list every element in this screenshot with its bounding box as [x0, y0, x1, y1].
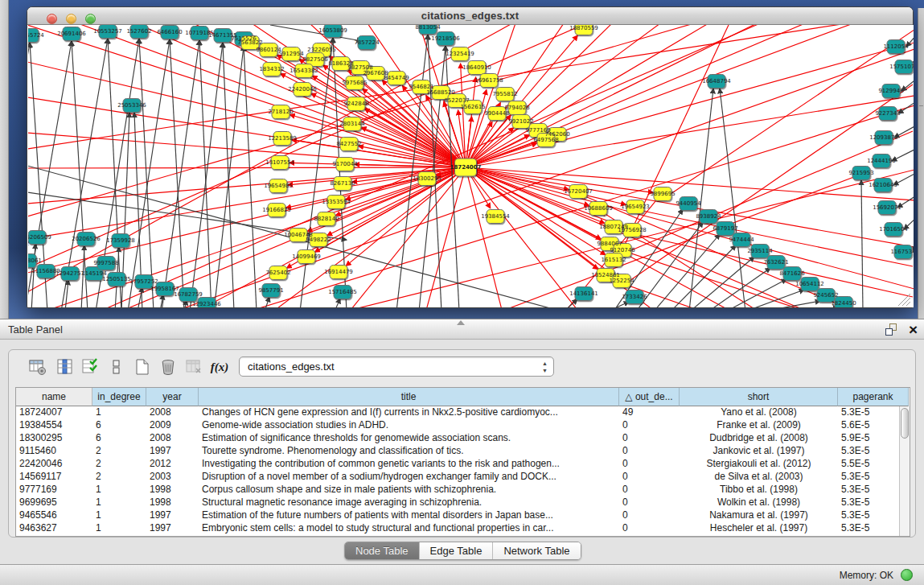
cell-short[interactable]: Tibbo et al. (1998): [680, 484, 838, 496]
cell-title[interactable]: Tourette syndrome. Phenomenology and cla…: [199, 445, 619, 458]
cell-title[interactable]: Corpus callosum shape and size in male p…: [199, 484, 619, 496]
cell-in_degree[interactable]: 1: [92, 522, 146, 535]
column-header-short[interactable]: short: [680, 388, 838, 406]
cell-short[interactable]: Wolkin et al. (1998): [680, 496, 838, 509]
close-panel-icon[interactable]: ×: [909, 319, 918, 340]
column-header-name[interactable]: name: [16, 388, 92, 406]
cell-year[interactable]: 1997: [146, 445, 199, 458]
cell-year[interactable]: 2012: [146, 458, 199, 471]
cell-year[interactable]: 2003: [146, 471, 199, 484]
delete-table-button[interactable]: [157, 356, 179, 378]
table-row[interactable]: 2242004622012Investigating the contribut…: [16, 458, 909, 471]
cell-pagerank[interactable]: 5.3E-5: [838, 471, 909, 484]
cell-in_degree[interactable]: 1: [92, 509, 146, 522]
cell-in_degree[interactable]: 6: [92, 419, 146, 432]
cell-short[interactable]: de Silva et al. (2003): [680, 471, 838, 484]
cell-year[interactable]: 1997: [146, 522, 199, 535]
memory-status-indicator[interactable]: [901, 569, 913, 581]
table-row[interactable]: 1938455462009Genome-wide association stu…: [16, 419, 909, 432]
cell-in_degree[interactable]: 1: [92, 406, 146, 419]
cell-pagerank[interactable]: 5.3E-5: [838, 484, 909, 496]
cell-pagerank[interactable]: 5.6E-5: [838, 419, 909, 432]
splitter-handle-icon[interactable]: [457, 320, 465, 325]
tab-edge-table[interactable]: Edge Table: [420, 542, 494, 560]
table-row[interactable]: 946362711997Embryonic stem cells: a mode…: [16, 522, 909, 535]
new-table-button[interactable]: [131, 356, 154, 378]
column-header-year[interactable]: year: [146, 388, 199, 406]
table-row[interactable]: 969969511998Structural magnetic resonanc…: [16, 496, 909, 509]
cell-in_degree[interactable]: 1: [92, 484, 146, 496]
cell-out_de[interactable]: 0: [619, 496, 680, 509]
cell-in_degree[interactable]: 2: [92, 445, 146, 458]
cell-out_de[interactable]: 0: [619, 522, 680, 535]
cell-name[interactable]: 9115460: [16, 445, 92, 458]
table-row[interactable]: 911546021997Tourette syndrome. Phenomeno…: [16, 445, 909, 458]
cell-out_de[interactable]: 0: [619, 458, 680, 471]
cell-name[interactable]: 9699695: [16, 496, 92, 509]
cell-short[interactable]: Franke et al. (2009): [680, 419, 838, 432]
column-settings-button[interactable]: [27, 356, 49, 378]
cell-name[interactable]: 19384554: [16, 419, 92, 432]
table-row[interactable]: 1456911722003Disruption of a novel membe…: [16, 471, 909, 484]
cell-out_de[interactable]: 0: [619, 432, 680, 445]
cell-year[interactable]: 2008: [146, 432, 199, 445]
column-header-pagerank[interactable]: pagerank: [838, 388, 909, 406]
cell-title[interactable]: Disruption of a novel member of a sodium…: [199, 471, 619, 484]
cell-year[interactable]: 1997: [146, 509, 199, 522]
window-titlebar[interactable]: citations_edges.txt: [27, 7, 913, 25]
cell-title[interactable]: Structural magnetic resonance image aver…: [199, 496, 619, 509]
function-builder-button[interactable]: f(x): [208, 356, 231, 378]
table-row[interactable]: 1830029562008Estimation of significance …: [16, 432, 909, 445]
cell-year[interactable]: 2009: [146, 419, 199, 432]
cell-name[interactable]: 14569117: [16, 471, 92, 484]
window-resize-grip[interactable]: [898, 294, 910, 306]
scrollbar-thumb[interactable]: [901, 408, 909, 439]
float-panel-icon[interactable]: [885, 323, 898, 336]
cell-name[interactable]: 9463627: [16, 522, 92, 535]
cell-pagerank[interactable]: 5.3E-5: [838, 445, 909, 458]
cell-out_de[interactable]: 0: [619, 445, 680, 458]
select-column-button[interactable]: [54, 356, 76, 378]
cell-pagerank[interactable]: 5.3E-5: [838, 496, 909, 509]
tab-node-table[interactable]: Node Table: [345, 542, 420, 560]
cell-title[interactable]: Changes of HCN gene expression and I(f) …: [199, 406, 619, 419]
cell-title[interactable]: Estimation of significance thresholds fo…: [199, 432, 619, 445]
cell-pagerank[interactable]: 5.3E-5: [838, 406, 909, 419]
table-row[interactable]: 1872400712008Changes of HCN gene express…: [16, 406, 909, 419]
cell-in_degree[interactable]: 1: [92, 496, 146, 509]
cell-out_de[interactable]: 0: [619, 509, 680, 522]
network-canvas[interactable]: 2405572420691406105532571527602646616010…: [28, 25, 914, 307]
cell-short[interactable]: Hescheler et al. (1997): [680, 522, 838, 535]
cell-short[interactable]: Yano et al. (2008): [680, 406, 838, 419]
cell-year[interactable]: 2008: [146, 406, 199, 419]
cell-pagerank[interactable]: 5.3E-5: [838, 509, 909, 522]
table-row[interactable]: 946554611997Estimation of the future num…: [16, 509, 909, 522]
cell-out_de[interactable]: 0: [619, 484, 680, 496]
cell-name[interactable]: 22420046: [16, 458, 92, 471]
cell-name[interactable]: 18724007: [16, 406, 92, 419]
table-panel-header[interactable]: Table Panel ×: [0, 319, 924, 340]
tab-network-table[interactable]: Network Table: [493, 542, 580, 560]
manage-columns-button[interactable]: [80, 356, 102, 378]
cell-in_degree[interactable]: 6: [92, 432, 146, 445]
cell-name[interactable]: 9465546: [16, 509, 92, 522]
cell-title[interactable]: Genome-wide association studies in ADHD.: [199, 419, 619, 432]
column-header-in_degree[interactable]: in_degree: [92, 388, 146, 406]
table-selector-dropdown[interactable]: citations_edges.txt ▲▼: [239, 356, 554, 377]
cell-name[interactable]: 9777169: [16, 484, 92, 496]
cell-year[interactable]: 1998: [146, 496, 199, 509]
cell-short[interactable]: Jankovic et al. (1997): [680, 445, 838, 458]
cell-short[interactable]: Dudbridge et al. (2008): [680, 432, 838, 445]
cell-out_de[interactable]: 49: [619, 406, 680, 419]
network-view-window[interactable]: citations_edges.txt 24055724206914061055…: [27, 6, 914, 308]
vertical-scrollbar[interactable]: [899, 406, 910, 536]
column-header-title[interactable]: title: [199, 388, 619, 406]
cell-short[interactable]: Stergiakouli et al. (2012): [680, 458, 838, 471]
citation-network-graph[interactable]: 2405572420691406105532571527602646616010…: [28, 25, 914, 307]
cell-pagerank[interactable]: 5.9E-5: [838, 432, 909, 445]
cell-in_degree[interactable]: 2: [92, 458, 146, 471]
cell-in_degree[interactable]: 2: [92, 471, 146, 484]
column-header-out_de[interactable]: △ out_de...: [619, 388, 680, 406]
cell-short[interactable]: Nakamura et al. (1997): [680, 509, 838, 522]
table-row[interactable]: 977716911998Corpus callosum shape and si…: [16, 484, 909, 496]
